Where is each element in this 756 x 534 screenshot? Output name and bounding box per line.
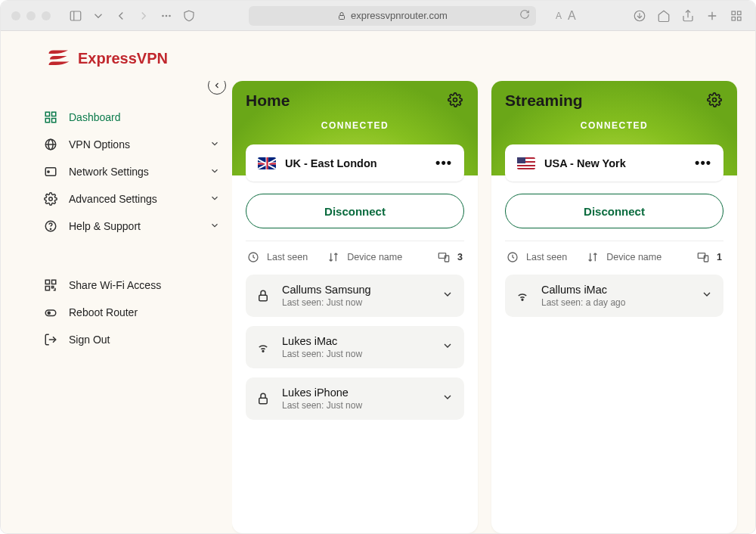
device-last-seen: Last seen: Just now	[282, 349, 431, 359]
home-icon[interactable]	[655, 8, 672, 24]
group-settings-button[interactable]	[707, 92, 723, 109]
reload-icon[interactable]	[519, 9, 530, 22]
devices-icon	[438, 250, 451, 264]
sidebar-item-share-wifi[interactable]: Share Wi-Fi Access	[43, 272, 232, 299]
forward-icon[interactable]	[135, 8, 152, 24]
chevron-down-icon	[209, 193, 220, 206]
svg-rect-0	[70, 11, 81, 20]
last-seen-header[interactable]: Last seen	[526, 252, 567, 262]
disconnect-button[interactable]: Disconnect	[505, 194, 723, 228]
device-row[interactable]: Callums Samsung Last seen: Just now	[246, 275, 464, 317]
svg-rect-29	[45, 287, 49, 290]
svg-rect-39	[259, 398, 268, 404]
text-size-large-icon[interactable]: A	[568, 9, 576, 23]
last-seen-header[interactable]: Last seen	[267, 252, 308, 262]
close-window-dot[interactable]	[11, 11, 20, 20]
sidebar-item-vpn-options[interactable]: VPN Options	[43, 131, 232, 158]
svg-rect-16	[52, 112, 56, 116]
power-icon	[43, 305, 58, 320]
url-text: expressvpnrouter.com	[351, 10, 448, 21]
device-name: Lukes iPhone	[282, 387, 431, 399]
group-card: Home CONNECTED UK - East London ••• Disc…	[232, 81, 478, 533]
device-row[interactable]: Callums iMac Last seen: a day ago	[505, 275, 723, 317]
chevron-down-icon	[209, 166, 220, 179]
svg-rect-17	[45, 119, 49, 123]
svg-point-23	[48, 171, 49, 172]
location-name: UK - East London	[285, 157, 426, 169]
more-icon[interactable]: •••	[695, 155, 711, 171]
device-name-header[interactable]: Device name	[606, 252, 662, 262]
tab-overview-icon[interactable]	[158, 8, 175, 24]
device-name: Callums iMac	[541, 284, 690, 296]
sidebar-item-label: Reboot Router	[69, 306, 220, 318]
svg-rect-27	[45, 280, 49, 284]
svg-point-40	[713, 98, 717, 102]
back-icon[interactable]	[113, 8, 129, 24]
svg-rect-15	[45, 112, 49, 116]
collapse-sidebar-button[interactable]	[208, 81, 226, 95]
more-icon[interactable]: •••	[435, 155, 452, 171]
sidebar-toggle-icon[interactable]	[67, 8, 84, 24]
svg-rect-37	[259, 295, 268, 301]
svg-rect-5	[339, 15, 345, 19]
brand-logo-icon	[48, 49, 70, 67]
svg-rect-18	[52, 119, 56, 123]
browser-toolbar: expressvpnrouter.com A A	[1, 1, 755, 31]
svg-rect-13	[732, 17, 736, 20]
dropdown-chevron-icon[interactable]	[90, 8, 107, 24]
device-name-header[interactable]: Device name	[347, 252, 402, 262]
maximize-window-dot[interactable]	[42, 11, 51, 20]
devices-icon	[697, 250, 711, 264]
svg-point-44	[522, 299, 523, 300]
tabs-grid-icon[interactable]	[728, 8, 745, 24]
minimize-window-dot[interactable]	[26, 11, 36, 20]
group-card: Streaming CONNECTED USA - New York ••• D…	[491, 81, 737, 533]
sidebar-item-help-support[interactable]: Help & Support	[43, 213, 232, 240]
qr-icon	[43, 278, 58, 293]
chevron-down-icon	[701, 288, 713, 303]
svg-rect-28	[52, 280, 56, 284]
downloads-icon[interactable]	[631, 8, 648, 24]
help-icon	[43, 219, 58, 234]
chevron-down-icon	[442, 288, 454, 303]
sidebar-item-dashboard[interactable]: Dashboard	[43, 104, 232, 131]
chevron-down-icon	[442, 391, 454, 406]
svg-point-24	[49, 197, 53, 201]
network-icon	[43, 164, 58, 179]
group-settings-button[interactable]	[448, 92, 464, 109]
device-row[interactable]: Lukes iPhone Last seen: Just now	[246, 377, 464, 420]
svg-point-33	[454, 98, 457, 102]
sidebar-item-advanced-settings[interactable]: Advanced Settings	[43, 185, 232, 213]
device-row[interactable]: Lukes iMac Last seen: Just now	[246, 326, 464, 368]
device-name: Callums Samsung	[282, 284, 431, 296]
disconnect-button[interactable]: Disconnect	[246, 194, 464, 228]
share-icon[interactable]	[680, 8, 696, 24]
flag-uk-icon	[258, 157, 276, 169]
globe-icon	[43, 137, 58, 152]
sidebar-item-label: Help & Support	[69, 220, 199, 232]
window-controls	[11, 11, 51, 20]
svg-rect-14	[738, 17, 742, 20]
svg-point-38	[262, 350, 264, 352]
device-last-seen: Last seen: a day ago	[541, 297, 690, 308]
sidebar-item-network-settings[interactable]: Network Settings	[43, 158, 232, 185]
location-selector[interactable]: USA - New York •••	[505, 144, 723, 182]
device-name: Lukes iMac	[282, 335, 431, 347]
lock-icon	[256, 392, 271, 405]
new-tab-icon[interactable]	[704, 8, 720, 24]
clock-icon	[507, 250, 520, 264]
sidebar-item-sign-out[interactable]: Sign Out	[43, 326, 232, 353]
connection-status: CONNECTED	[246, 120, 464, 131]
dashboard-icon	[43, 110, 58, 125]
sidebar-item-label: Network Settings	[69, 166, 199, 178]
lock-icon	[337, 11, 346, 20]
device-last-seen: Last seen: Just now	[282, 297, 431, 308]
gear-icon	[43, 191, 58, 206]
address-bar[interactable]: expressvpnrouter.com	[249, 6, 536, 26]
location-selector[interactable]: UK - East London •••	[246, 144, 464, 182]
text-size-small-icon[interactable]: A	[556, 11, 562, 21]
dashboard-main: Home CONNECTED UK - East London ••• Disc…	[232, 81, 755, 533]
shield-icon[interactable]	[181, 8, 197, 24]
sidebar-item-reboot[interactable]: Reboot Router	[43, 299, 232, 326]
sidebar-item-label: Sign Out	[69, 334, 220, 346]
